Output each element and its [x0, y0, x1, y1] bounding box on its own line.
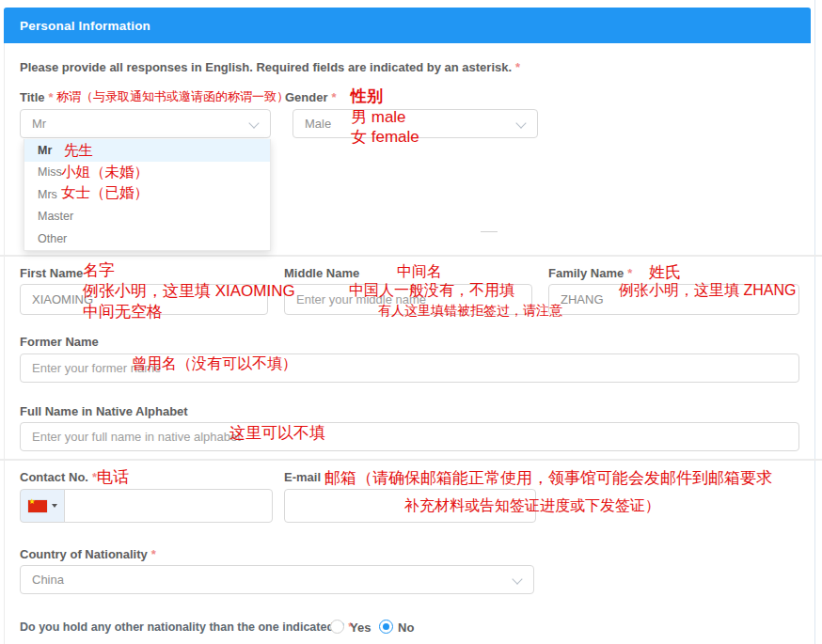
- title-option-label: Other: [38, 232, 67, 245]
- required-asterisk: *: [515, 60, 520, 74]
- annotation-middle-name-3: 有人这里填错被拒签过，请注意: [378, 303, 562, 320]
- annotation-email-2: 补充材料或告知签证进度或下发签证）: [404, 496, 660, 515]
- country-code-selector[interactable]: [20, 489, 65, 523]
- annotation-first-name-1: 名字: [83, 260, 115, 280]
- annotation-option-miss: 小姐（未婚）: [61, 163, 149, 181]
- annotation-title-hint: 称谓（与录取通知书或邀请函的称谓一致）: [56, 89, 289, 104]
- required-asterisk: *: [151, 547, 156, 561]
- annotation-option-mrs: 女士（已婚）: [61, 183, 149, 201]
- caret-down-icon: [52, 504, 57, 508]
- annotation-gender-female: 女 female: [351, 127, 419, 147]
- radio-no-label[interactable]: No: [398, 620, 414, 635]
- contact-no-input[interactable]: [64, 489, 273, 523]
- contact-no-label: Contact No.*: [20, 470, 97, 484]
- underlying-border-fragment: [481, 231, 498, 232]
- nationality-select-value: China: [32, 573, 64, 587]
- annotation-first-name-2: 例张小明，这里填 XIAOMING: [83, 281, 295, 301]
- contact-no-label-text: Contact No.: [20, 470, 88, 484]
- email-label: E-mail*: [284, 470, 329, 484]
- former-name-label-text: Former Name: [20, 335, 99, 349]
- annotation-gender-hint: 性别: [351, 86, 383, 106]
- first-name-label: First Name*: [20, 266, 91, 280]
- title-label: Title*: [20, 90, 54, 104]
- intro-text-body: Please provide all responses in English.…: [20, 60, 512, 74]
- annotation-gender-male: 男 male: [351, 107, 406, 127]
- annotation-middle-name-1: 中间名: [397, 262, 442, 281]
- title-option-mr[interactable]: Mr: [24, 139, 270, 162]
- email-label-text: E-mail: [284, 470, 321, 484]
- gender-select-value: Male: [305, 117, 331, 131]
- panel-right-border: [814, 0, 815, 644]
- annotation-family-name-2: 例张小明，这里填 ZHANG: [619, 281, 796, 300]
- screenshot-seam-bottom: [0, 459, 822, 461]
- title-option-label: Mrs: [38, 188, 57, 201]
- annotation-native-name: 这里可以不填: [229, 423, 325, 443]
- family-name-label: Family Name*: [548, 266, 632, 280]
- title-option-label: Miss: [38, 165, 62, 179]
- annotation-first-name-3: 中间无空格: [83, 302, 163, 322]
- annotation-option-mr: 先生: [64, 141, 93, 159]
- title-option-label: Master: [38, 210, 73, 223]
- section-header: Personal Information: [4, 8, 811, 43]
- nationality-label-text: Country of Nationality: [20, 547, 148, 561]
- screenshot-seam-top: [0, 255, 822, 257]
- required-asterisk: *: [49, 90, 54, 104]
- title-select[interactable]: Mr: [20, 109, 271, 138]
- radio-no[interactable]: [379, 620, 393, 634]
- nationality-select[interactable]: China: [20, 565, 534, 594]
- gender-label: Gender*: [285, 90, 337, 104]
- radio-yes-label[interactable]: Yes: [350, 620, 371, 635]
- annotation-contact: 电话: [97, 467, 129, 487]
- annotation-former-name: 曾用名（没有可以不填）: [132, 354, 297, 373]
- title-label-text: Title: [20, 90, 45, 104]
- personal-information-form: Personal Information Please provide all …: [0, 0, 822, 644]
- chevron-down-icon: [248, 118, 259, 128]
- question-text: Do you hold any other nationality than t…: [20, 620, 344, 634]
- required-asterisk: *: [332, 90, 337, 104]
- annotation-email-1: 邮箱（请确保邮箱能正常使用，领事馆可能会发邮件到邮箱要求: [324, 468, 772, 488]
- other-nationality-question: Do you hold any other nationality than t…: [20, 620, 353, 634]
- title-select-value: Mr: [32, 117, 46, 131]
- radio-yes[interactable]: [330, 620, 344, 634]
- native-name-input[interactable]: [20, 422, 799, 451]
- section-title: Personal Information: [20, 19, 150, 33]
- family-name-label-text: Family Name: [548, 266, 624, 280]
- first-name-label-text: First Name: [20, 266, 83, 280]
- annotation-middle-name-2: 中国人一般没有，不用填: [349, 281, 514, 300]
- intro-text: Please provide all responses in English.…: [20, 60, 520, 74]
- former-name-label: Former Name: [20, 335, 99, 349]
- native-name-label: Full Name in Native Alphabet: [20, 404, 188, 418]
- nationality-label: Country of Nationality*: [20, 547, 156, 561]
- native-name-label-text: Full Name in Native Alphabet: [20, 404, 188, 418]
- title-option-other[interactable]: Other: [24, 228, 270, 250]
- title-option-master[interactable]: Master: [24, 206, 270, 228]
- annotation-family-name-1: 姓氏: [649, 262, 681, 282]
- middle-name-label: Middle Name: [284, 266, 359, 280]
- chevron-down-icon: [515, 118, 526, 128]
- middle-name-label-text: Middle Name: [284, 266, 359, 280]
- gender-label-text: Gender: [285, 90, 328, 104]
- china-flag-icon: [28, 500, 47, 512]
- title-option-label: Mr: [38, 144, 52, 157]
- panel-left-border: [4, 43, 5, 644]
- required-asterisk: *: [627, 266, 632, 280]
- chevron-down-icon: [512, 573, 522, 584]
